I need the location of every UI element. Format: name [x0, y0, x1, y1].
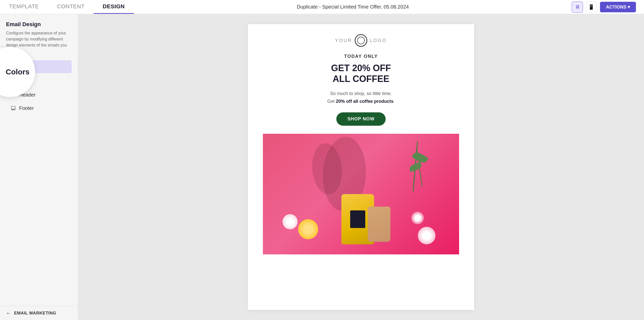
email-marketing-label: EMAIL MARKETING — [14, 311, 56, 316]
product-image — [263, 134, 459, 254]
today-only-label: TODAY ONLY — [263, 54, 459, 59]
sidebar-title: Email Design — [6, 21, 72, 28]
desktop-view-button[interactable]: 🖥 — [572, 2, 583, 13]
svg-rect-3 — [11, 106, 15, 109]
coffee-cup — [368, 207, 390, 242]
sidebar-item-footer[interactable]: Footer — [6, 102, 72, 115]
main-layout: Email Design Configure the appearance of… — [0, 14, 644, 320]
back-icon[interactable]: ← — [6, 310, 11, 316]
tab-content[interactable]: CONTENT — [48, 0, 94, 14]
email-body: TODAY ONLY GET 20% OFF ALL COFFEE So muc… — [248, 54, 474, 264]
bottom-bar: ← EMAIL MARKETING — [0, 306, 78, 320]
email-preview-area[interactable]: YOUR LOGO TODAY ONLY GET 20% OFF ALL COF… — [78, 14, 644, 320]
logo-text-left: YOUR — [335, 38, 352, 43]
shop-now-button[interactable]: SHOP NOW — [336, 112, 386, 126]
tab-design[interactable]: DESIGN — [94, 0, 134, 14]
mobile-view-button[interactable]: 📱 — [586, 2, 597, 13]
email-logo-header: YOUR LOGO — [248, 24, 474, 54]
coffee-bag-label — [350, 210, 365, 228]
logo-circle-inner — [357, 37, 365, 44]
product-visual — [263, 134, 459, 254]
email-subtext: So much to shop, so little time. Get 20%… — [263, 90, 459, 105]
flower-3 — [418, 227, 435, 244]
flower-4 — [411, 212, 424, 224]
colors-overlay-label: Colors — [6, 68, 29, 76]
flower-1 — [298, 219, 318, 239]
footer-icon — [11, 106, 16, 111]
logo-circle — [355, 34, 367, 47]
top-navigation: TEMPLATE CONTENT DESIGN Duplicate - Spec… — [0, 0, 644, 14]
tab-template[interactable]: TEMPLATE — [0, 0, 48, 14]
headline: GET 20% OFF ALL COFFEE — [263, 63, 459, 84]
nav-tabs: TEMPLATE CONTENT DESIGN — [0, 0, 134, 14]
email-card: YOUR LOGO TODAY ONLY GET 20% OFF ALL COF… — [248, 24, 474, 310]
logo-text-right: LOGO — [370, 38, 387, 43]
page-title: Duplicate - Special Limited Time Offer, … — [134, 4, 572, 10]
nav-right-controls: 🖥 📱 ACTIONS ▾ — [572, 2, 644, 13]
svg-rect-4 — [11, 109, 15, 110]
sidebar: Email Design Configure the appearance of… — [0, 14, 78, 320]
sidebar-item-footer-label: Footer — [19, 105, 34, 111]
actions-button[interactable]: ACTIONS ▾ — [600, 2, 636, 12]
flower-2 — [283, 214, 298, 229]
